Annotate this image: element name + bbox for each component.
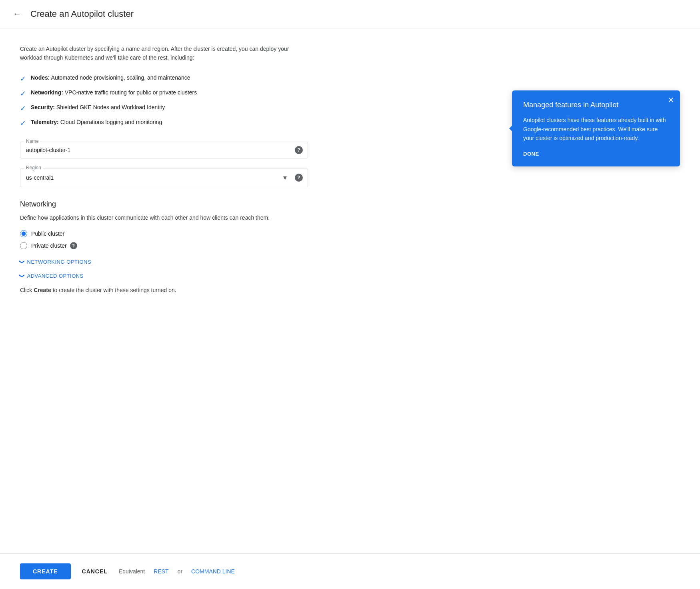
name-field-wrapper[interactable]: Name autopilot-cluster-1 ? (20, 142, 308, 158)
chevron-down-icon: ❯ (19, 274, 25, 278)
name-help-icon[interactable]: ? (295, 146, 303, 154)
public-cluster-option[interactable]: Public cluster (20, 230, 308, 237)
dropdown-arrow-icon: ▾ (283, 173, 287, 182)
tooltip-title: Managed features in Autopilot (523, 100, 669, 110)
feature-desc-telemetry: Cloud Operations logging and monitoring (60, 119, 162, 125)
networking-options-label: NETWORKING OPTIONS (27, 259, 92, 265)
name-field-value: autopilot-cluster-1 (26, 147, 70, 153)
rest-link-button[interactable]: REST (153, 568, 169, 575)
back-button[interactable]: ← (11, 7, 23, 21)
check-icon: ✓ (20, 88, 26, 99)
check-icon: ✓ (20, 103, 26, 114)
tooltip-close-button[interactable]: ✕ (668, 96, 674, 104)
bottom-note-before: Click (20, 287, 34, 293)
region-field-label: Region (24, 165, 43, 170)
footer: CREATE CANCEL Equivalent REST or COMMAND… (0, 553, 700, 589)
feature-desc-security: Shielded GKE Nodes and Workload Identity (56, 104, 165, 110)
main-content: ✕ Managed features in Autopilot Autopilo… (0, 28, 700, 553)
public-cluster-label: Public cluster (31, 230, 64, 237)
public-cluster-radio[interactable] (20, 230, 27, 237)
bottom-note-after: to create the cluster with these setting… (51, 287, 176, 293)
feature-label-networking: Networking: (31, 89, 63, 96)
networking-section: Networking Define how applications in th… (20, 200, 680, 293)
list-item: ✓ Nodes: Automated node provisioning, sc… (20, 74, 308, 84)
private-cluster-radio[interactable] (20, 242, 27, 249)
intro-text: Create an Autopilot cluster by specifyin… (20, 44, 308, 62)
region-help-icon[interactable]: ? (295, 174, 303, 182)
list-item: ✓ Telemetry: Cloud Operations logging an… (20, 118, 308, 129)
list-item: ✓ Networking: VPC-native traffic routing… (20, 88, 308, 99)
check-icon: ✓ (20, 118, 26, 129)
bottom-note-bold: Create (34, 287, 51, 293)
page-title: Create an Autopilot cluster (30, 9, 134, 19)
cluster-type-radio-group: Public cluster Private cluster ? (20, 230, 308, 249)
tooltip-body: Autopilot clusters have these features a… (523, 116, 669, 142)
create-button[interactable]: CREATE (20, 563, 71, 579)
check-icon: ✓ (20, 74, 26, 84)
feature-label-telemetry: Telemetry: (31, 119, 59, 125)
tooltip-popover: ✕ Managed features in Autopilot Autopilo… (512, 90, 680, 166)
feature-desc-nodes: Automated node provisioning, scaling, an… (51, 74, 190, 81)
region-field-wrapper[interactable]: Region us-central1 ▾ ? (20, 168, 308, 187)
chevron-down-icon: ❯ (19, 260, 25, 264)
name-field-group: Name autopilot-cluster-1 ? (20, 142, 308, 158)
bottom-note: Click Create to create the cluster with … (20, 287, 308, 293)
page-header: ← Create an Autopilot cluster (0, 0, 700, 28)
name-field-label: Name (24, 138, 40, 144)
region-select-wrapper: us-central1 ▾ (26, 173, 290, 182)
feature-label-nodes: Nodes: (31, 74, 50, 81)
or-text: or (178, 568, 182, 575)
advanced-options-label: ADVANCED OPTIONS (27, 273, 84, 279)
networking-options-toggle[interactable]: ❯ NETWORKING OPTIONS (20, 259, 308, 265)
cancel-button[interactable]: CANCEL (79, 563, 111, 579)
advanced-options-toggle[interactable]: ❯ ADVANCED OPTIONS (20, 273, 308, 279)
command-line-link-button[interactable]: COMMAND LINE (190, 568, 236, 575)
region-field-group: Region us-central1 ▾ ? (20, 168, 308, 187)
feature-list: ✓ Nodes: Automated node provisioning, sc… (20, 74, 308, 129)
networking-section-title: Networking (20, 200, 308, 208)
list-item: ✓ Security: Shielded GKE Nodes and Workl… (20, 103, 308, 114)
region-field-value: us-central1 (26, 174, 283, 181)
equivalent-text: Equivalent (119, 568, 145, 575)
feature-label-security: Security: (31, 104, 55, 110)
tooltip-done-button[interactable]: DONE (523, 151, 539, 157)
networking-section-desc: Define how applications in this cluster … (20, 213, 308, 222)
private-cluster-label: Private cluster (31, 242, 67, 249)
feature-desc-networking: VPC-native traffic routing for public or… (65, 89, 197, 96)
back-arrow-icon: ← (13, 9, 22, 19)
private-cluster-option[interactable]: Private cluster ? (20, 242, 308, 249)
private-cluster-help-icon[interactable]: ? (70, 242, 77, 249)
